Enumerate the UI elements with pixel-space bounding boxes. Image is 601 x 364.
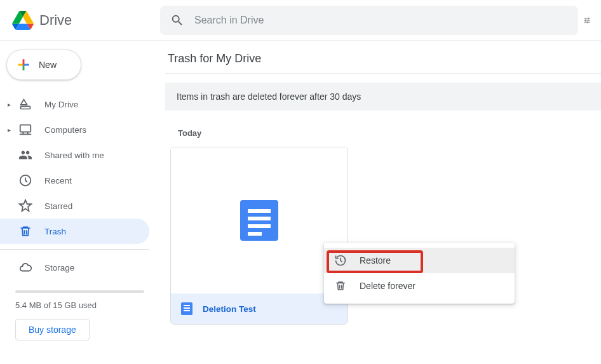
logo-area[interactable]: Drive bbox=[10, 8, 160, 33]
sidebar-item-label: Trash bbox=[44, 227, 66, 236]
sidebar-item-label: Storage bbox=[44, 263, 74, 273]
doc-small-icon bbox=[181, 302, 192, 315]
file-preview bbox=[171, 147, 348, 293]
storage-bar bbox=[15, 290, 144, 293]
sidebar-item-trash[interactable]: Trash bbox=[0, 219, 149, 244]
page-title: Trash for My Drive bbox=[165, 50, 601, 73]
sidebar-item-shared[interactable]: Shared with me bbox=[0, 142, 149, 168]
file-card[interactable]: Deletion Test bbox=[170, 147, 348, 325]
search-bar[interactable] bbox=[160, 6, 578, 35]
sidebar-item-storage[interactable]: Storage bbox=[0, 255, 149, 280]
sidebar-item-computers[interactable]: ▸ Computers bbox=[0, 117, 149, 142]
sidebar-item-label: Recent bbox=[44, 176, 72, 185]
sidebar-item-label: My Drive bbox=[44, 100, 78, 109]
sidebar: New ▸ My Drive ▸ Computers Shared with m… bbox=[0, 41, 160, 364]
svg-rect-1 bbox=[20, 125, 31, 132]
file-name: Deletion Test bbox=[203, 304, 256, 314]
sidebar-item-label: Starred bbox=[44, 201, 72, 211]
shared-icon bbox=[18, 147, 33, 163]
new-button[interactable]: New bbox=[6, 50, 81, 80]
chevron-right-icon: ▸ bbox=[8, 126, 15, 133]
buy-storage-button[interactable]: Buy storage bbox=[15, 319, 90, 340]
plus-icon bbox=[15, 56, 32, 74]
trash-icon bbox=[334, 280, 347, 292]
cloud-icon bbox=[18, 260, 33, 275]
doc-icon bbox=[240, 200, 278, 241]
content-area: Trash for My Drive Items in trash are de… bbox=[160, 41, 601, 364]
chevron-right-icon: ▸ bbox=[8, 101, 15, 108]
my-drive-icon bbox=[18, 97, 33, 112]
file-footer: Deletion Test bbox=[171, 293, 348, 324]
recent-icon bbox=[18, 173, 33, 188]
drive-logo-icon bbox=[10, 8, 36, 33]
search-options-icon[interactable] bbox=[583, 13, 591, 27]
section-label: Today bbox=[178, 128, 601, 138]
sidebar-item-label: Shared with me bbox=[44, 151, 104, 160]
context-menu: Restore Delete forever bbox=[324, 243, 515, 304]
menu-item-restore[interactable]: Restore bbox=[324, 248, 515, 273]
computers-icon bbox=[18, 122, 33, 137]
storage-text: 5.4 MB of 15 GB used bbox=[15, 300, 144, 310]
star-icon bbox=[18, 198, 33, 213]
new-button-label: New bbox=[39, 60, 57, 70]
sidebar-item-label: Computers bbox=[44, 125, 86, 135]
menu-item-delete-forever[interactable]: Delete forever bbox=[324, 273, 515, 299]
search-input[interactable] bbox=[194, 15, 568, 26]
menu-item-label: Restore bbox=[360, 255, 391, 266]
search-icon bbox=[170, 13, 184, 27]
restore-icon bbox=[334, 254, 347, 267]
nav-divider bbox=[0, 249, 149, 250]
sidebar-item-my-drive[interactable]: ▸ My Drive bbox=[0, 91, 149, 117]
info-banner: Items in trash are deleted forever after… bbox=[165, 83, 601, 111]
title-divider bbox=[165, 73, 601, 74]
trash-icon bbox=[18, 224, 33, 239]
svg-rect-0 bbox=[21, 106, 30, 109]
sidebar-item-recent[interactable]: Recent bbox=[0, 168, 149, 193]
app-name: Drive bbox=[39, 12, 72, 29]
menu-item-label: Delete forever bbox=[360, 281, 415, 291]
sidebar-item-starred[interactable]: Starred bbox=[0, 193, 149, 219]
